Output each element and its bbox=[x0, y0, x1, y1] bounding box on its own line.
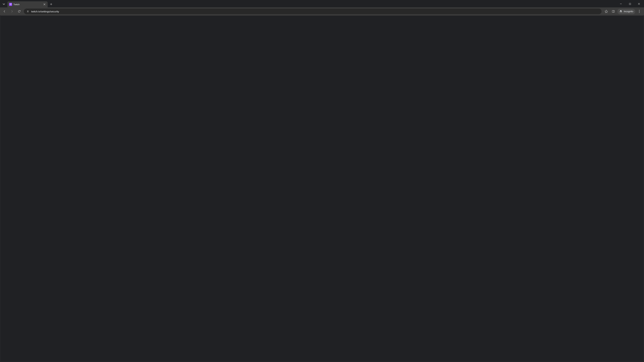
nav-reload[interactable] bbox=[16, 8, 22, 14]
svg-rect-1 bbox=[612, 10, 614, 12]
tab-search-dropdown[interactable] bbox=[1, 2, 6, 7]
window-minimize[interactable] bbox=[617, 1, 624, 6]
tab-strip: Twitch bbox=[0, 0, 644, 7]
address-bar: twitch.tv/settings/security Incognito bbox=[0, 7, 644, 15]
url-text: twitch.tv/settings/security bbox=[31, 10, 59, 13]
window-controls bbox=[617, 1, 643, 6]
window-maximize[interactable] bbox=[626, 1, 634, 6]
bookmark-star-icon[interactable] bbox=[603, 8, 609, 14]
nav-forward[interactable] bbox=[9, 8, 15, 14]
site-info-icon[interactable] bbox=[26, 10, 30, 13]
incognito-label: Incognito bbox=[624, 10, 633, 13]
twitch-favicon bbox=[9, 3, 12, 6]
browser-tab[interactable]: Twitch bbox=[8, 1, 48, 7]
incognito-indicator[interactable]: Incognito bbox=[617, 9, 635, 14]
tab-close-icon[interactable] bbox=[43, 3, 46, 6]
side-panel-icon[interactable] bbox=[610, 8, 616, 14]
new-tab-button[interactable] bbox=[49, 2, 54, 7]
browser-menu-icon[interactable] bbox=[636, 8, 642, 14]
svg-rect-0 bbox=[629, 3, 631, 5]
svg-point-3 bbox=[639, 11, 640, 12]
svg-point-2 bbox=[639, 10, 640, 10]
nav-back[interactable] bbox=[2, 8, 8, 14]
window-close[interactable] bbox=[635, 1, 643, 6]
tab-title: Twitch bbox=[14, 3, 42, 6]
incognito-icon bbox=[619, 10, 622, 13]
svg-point-4 bbox=[639, 12, 640, 13]
url-field[interactable]: twitch.tv/settings/security bbox=[24, 8, 602, 14]
